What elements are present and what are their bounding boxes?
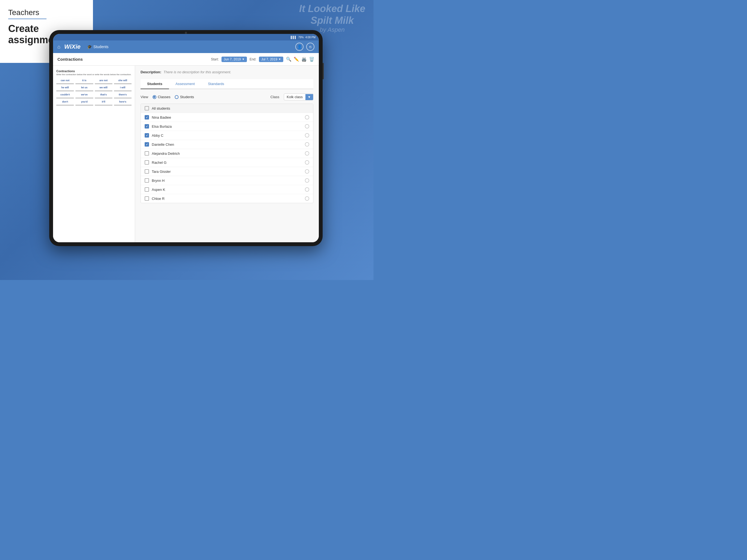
student-radio[interactable] [305,142,309,147]
battery-level: 79% [298,36,304,39]
student-checkbox[interactable] [145,124,149,128]
student-row[interactable]: Rachel G [141,158,313,167]
delete-icon[interactable]: 🗑️ [309,57,314,62]
tabs-row: Students Assessment Standards [140,79,313,89]
tab-standards[interactable]: Standards [201,79,231,89]
student-name-label: Brynn H [152,179,302,183]
search-icon[interactable]: 🔍 [286,57,291,62]
word-cell: it is [75,78,93,84]
student-radio[interactable] [305,124,309,128]
student-radio[interactable] [305,178,309,183]
student-name-label: Abby C [152,133,302,137]
print-icon[interactable]: 🖨️ [301,57,307,62]
student-checkbox[interactable] [145,142,149,147]
user-icon[interactable]: 👤 [295,43,304,51]
student-checkbox[interactable] [145,160,149,164]
worksheet-preview-title: Contractions [56,70,131,73]
word-cell: couldn't [56,93,74,98]
student-radio[interactable] [305,115,309,120]
description-row: Description: There is no description for… [140,70,313,74]
student-row[interactable]: Alejandra Deitrich [141,149,313,158]
assignment-bar: Contractions Start: Jun 7, 2019 ▼ End: J… [53,53,319,66]
edit-icon[interactable]: ✏️ [294,57,299,62]
start-date-picker[interactable]: Jun 7, 2019 ▼ [222,57,247,62]
description-text: There is no description for this assignm… [163,70,231,74]
time-display: 4:08 PM [305,36,315,39]
word-cell: she will [114,78,131,84]
student-radio[interactable] [305,196,309,201]
word-cell: it'll [95,100,112,105]
student-checkbox[interactable] [145,178,149,183]
word-cell: don't [56,100,74,105]
student-row[interactable]: Aspen K [141,185,313,194]
status-bar: ▌▌▌ 79% 4:08 PM [53,34,319,41]
word-cell: he will [56,85,74,91]
student-radio[interactable] [305,187,309,192]
student-name-label: All students [152,106,309,110]
graduation-cap-icon: 🎓 [87,45,92,49]
start-date-arrow: ▼ [242,58,245,61]
student-name-label: Aspen K [152,187,302,192]
word-cell: are not [95,78,112,84]
word-cell: we've [75,93,93,98]
student-checkbox[interactable] [145,151,149,156]
word-cell: we will [95,85,112,91]
view-row: View Classes Students Class Kolk class ▼ [140,94,313,100]
word-cell: that's [95,93,112,98]
tablet-frame: ▌▌▌ 79% 4:08 PM ⌂ WiXie 🎓 Students 👤 ⎋ C… [49,30,323,246]
class-select[interactable]: Kolk class ▼ [284,94,313,100]
divider [8,19,47,19]
radio-classes-label: Classes [158,95,170,99]
main-content: Contractions Write the contraction below… [53,66,319,242]
student-name-label: Chloe R [152,197,302,201]
student-name-label: Elsa Burlaza [152,124,302,128]
tab-assessment[interactable]: Assessment [169,79,202,89]
wixie-logo: WiXie [64,43,81,50]
student-checkbox[interactable] [145,196,149,201]
student-radio[interactable] [305,133,309,137]
logout-icon[interactable]: ⎋ [306,43,314,51]
student-row[interactable]: Elsa Burlaza [141,122,313,131]
student-checkbox[interactable] [145,115,149,120]
student-row[interactable]: Brynn H [141,176,313,185]
student-row[interactable]: Danielle Chen [141,140,313,149]
home-icon[interactable]: ⌂ [57,44,60,50]
class-select-value: Kolk class [284,94,306,100]
student-row[interactable]: Chloe R [141,194,313,203]
radio-classes-dot [153,95,156,99]
word-cell: you'd [75,100,93,105]
words-grid: can notit isare notshe willhe willlet us… [56,78,131,105]
class-select-arrow-icon: ▼ [305,94,313,100]
end-label: End: [250,57,256,61]
worksheet-preview-subtitle: Write the contraction below the word or … [56,73,131,76]
teachers-label: Teachers [8,8,85,17]
radio-students[interactable]: Students [175,95,194,99]
student-row[interactable]: All students [141,104,313,113]
radio-students-label: Students [180,95,194,99]
nav-section-label: Students [94,45,108,49]
end-date-value: Jul 7, 2019 [261,57,277,61]
student-row[interactable]: Tara Gissler [141,167,313,176]
nav-students-section[interactable]: 🎓 Students [84,44,111,50]
class-label: Class [271,95,279,99]
student-checkbox[interactable] [145,133,149,137]
tab-students[interactable]: Students [140,79,169,89]
student-radio[interactable] [305,151,309,156]
student-radio[interactable] [305,169,309,174]
student-row[interactable]: Nina Badiee [141,113,313,122]
student-name-label: Nina Badiee [152,116,302,120]
student-checkbox[interactable] [145,187,149,192]
student-checkbox[interactable] [145,169,149,174]
end-date-picker[interactable]: Jul 7, 2019 ▼ [259,57,283,62]
action-icons: 🔍 ✏️ 🖨️ 🗑️ [286,57,314,62]
student-name-label: Alejandra Deitrich [152,152,302,156]
student-row[interactable]: Abby C [141,131,313,140]
word-cell: here's [114,100,131,105]
end-date-arrow: ▼ [278,58,281,61]
word-cell: can not [56,78,74,84]
student-checkbox[interactable] [145,106,149,110]
radio-classes[interactable]: Classes [153,95,170,99]
student-radio[interactable] [305,160,309,164]
student-name-label: Danielle Chen [152,143,302,147]
tablet-screen: ▌▌▌ 79% 4:08 PM ⌂ WiXie 🎓 Students 👤 ⎋ C… [53,34,319,242]
